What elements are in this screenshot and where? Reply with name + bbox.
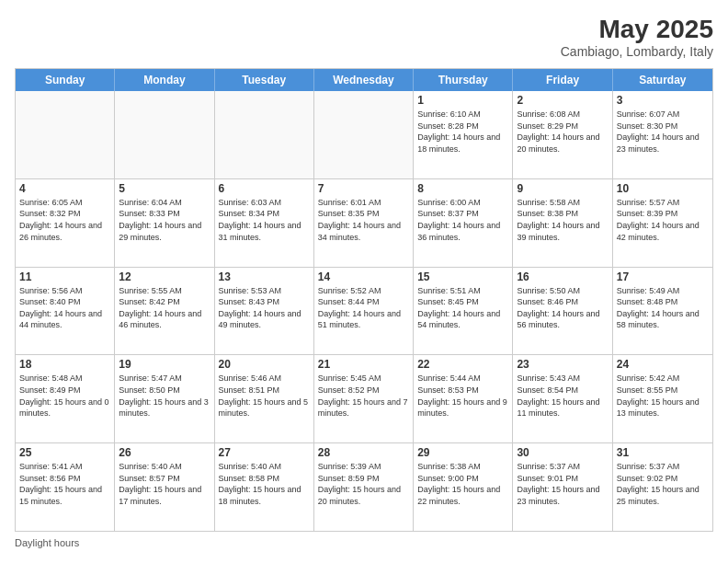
day-number: 28 [318, 446, 409, 459]
cal-cell: 12Sunrise: 5:55 AM Sunset: 8:42 PM Dayli… [115, 268, 214, 355]
cell-info: Sunrise: 5:52 AM Sunset: 8:44 PM Dayligh… [318, 285, 409, 331]
cell-info: Sunrise: 5:53 AM Sunset: 8:43 PM Dayligh… [219, 285, 310, 331]
week-row-5: 25Sunrise: 5:41 AM Sunset: 8:56 PM Dayli… [16, 443, 712, 531]
cal-cell: 29Sunrise: 5:38 AM Sunset: 9:00 PM Dayli… [414, 443, 513, 531]
day-number: 9 [517, 182, 608, 195]
cal-cell [16, 91, 115, 178]
cell-info: Sunrise: 5:42 AM Sunset: 8:55 PM Dayligh… [617, 373, 709, 419]
cell-info: Sunrise: 6:04 AM Sunset: 8:33 PM Dayligh… [119, 197, 210, 243]
cell-info: Sunrise: 6:07 AM Sunset: 8:30 PM Dayligh… [617, 109, 709, 155]
cell-info: Sunrise: 5:38 AM Sunset: 9:00 PM Dayligh… [417, 461, 508, 507]
cell-info: Sunrise: 5:51 AM Sunset: 8:45 PM Dayligh… [417, 285, 508, 331]
day-number: 1 [417, 94, 508, 107]
cal-cell: 3Sunrise: 6:07 AM Sunset: 8:30 PM Daylig… [613, 91, 712, 178]
day-number: 12 [119, 270, 210, 283]
subtitle: Cambiago, Lombardy, Italy [561, 44, 713, 59]
day-number: 26 [119, 446, 210, 459]
day-number: 7 [318, 182, 409, 195]
day-number: 15 [417, 270, 508, 283]
cal-cell: 9Sunrise: 5:58 AM Sunset: 8:38 PM Daylig… [513, 179, 612, 267]
day-number: 3 [617, 94, 709, 107]
cell-info: Sunrise: 5:45 AM Sunset: 8:52 PM Dayligh… [318, 373, 409, 419]
day-number: 8 [417, 182, 508, 195]
cal-cell: 1Sunrise: 6:10 AM Sunset: 8:28 PM Daylig… [414, 91, 513, 178]
day-number: 14 [318, 270, 409, 283]
header-cell-sunday: Sunday [16, 69, 115, 91]
calendar: SundayMondayTuesdayWednesdayThursdayFrid… [15, 68, 713, 532]
header-cell-monday: Monday [115, 69, 214, 91]
day-number: 10 [617, 182, 709, 195]
cal-cell: 2Sunrise: 6:08 AM Sunset: 8:29 PM Daylig… [513, 91, 612, 178]
cal-cell: 6Sunrise: 6:03 AM Sunset: 8:34 PM Daylig… [215, 179, 314, 267]
week-row-2: 4Sunrise: 6:05 AM Sunset: 8:32 PM Daylig… [16, 179, 712, 268]
cal-cell: 8Sunrise: 6:00 AM Sunset: 8:37 PM Daylig… [414, 179, 513, 267]
cell-info: Sunrise: 6:08 AM Sunset: 8:29 PM Dayligh… [517, 109, 608, 155]
day-number: 21 [318, 358, 409, 371]
cal-cell: 24Sunrise: 5:42 AM Sunset: 8:55 PM Dayli… [613, 355, 712, 442]
calendar-body: 1Sunrise: 6:10 AM Sunset: 8:28 PM Daylig… [16, 91, 712, 531]
cal-cell: 18Sunrise: 5:48 AM Sunset: 8:49 PM Dayli… [16, 355, 115, 442]
title-block: May 2025 Cambiago, Lombardy, Italy [561, 15, 713, 59]
day-number: 22 [417, 358, 508, 371]
day-number: 16 [517, 270, 608, 283]
day-number: 17 [617, 270, 709, 283]
cal-cell: 4Sunrise: 6:05 AM Sunset: 8:32 PM Daylig… [16, 179, 115, 267]
cal-cell [215, 91, 314, 178]
cal-cell [115, 91, 214, 178]
cal-cell: 15Sunrise: 5:51 AM Sunset: 8:45 PM Dayli… [414, 268, 513, 355]
logo [15, 15, 48, 44]
day-number: 30 [517, 446, 608, 459]
cell-info: Sunrise: 6:00 AM Sunset: 8:37 PM Dayligh… [417, 197, 508, 243]
page: May 2025 Cambiago, Lombardy, Italy Sunda… [0, 0, 728, 563]
day-number: 25 [19, 446, 110, 459]
header: May 2025 Cambiago, Lombardy, Italy [15, 15, 713, 59]
cal-cell: 30Sunrise: 5:37 AM Sunset: 9:01 PM Dayli… [513, 443, 612, 531]
cal-cell: 20Sunrise: 5:46 AM Sunset: 8:51 PM Dayli… [215, 355, 314, 442]
cell-info: Sunrise: 5:49 AM Sunset: 8:48 PM Dayligh… [617, 285, 709, 331]
week-row-4: 18Sunrise: 5:48 AM Sunset: 8:49 PM Dayli… [16, 355, 712, 443]
day-number: 31 [617, 446, 709, 459]
day-number: 27 [219, 446, 310, 459]
header-cell-friday: Friday [513, 69, 612, 91]
cell-info: Sunrise: 5:37 AM Sunset: 9:01 PM Dayligh… [517, 461, 608, 507]
cal-cell: 13Sunrise: 5:53 AM Sunset: 8:43 PM Dayli… [215, 268, 314, 355]
cell-info: Sunrise: 5:41 AM Sunset: 8:56 PM Dayligh… [19, 461, 110, 507]
cal-cell: 28Sunrise: 5:39 AM Sunset: 8:59 PM Dayli… [314, 443, 414, 531]
cell-info: Sunrise: 5:40 AM Sunset: 8:58 PM Dayligh… [219, 461, 310, 507]
cal-cell: 7Sunrise: 6:01 AM Sunset: 8:35 PM Daylig… [314, 179, 414, 267]
day-number: 23 [517, 358, 608, 371]
header-cell-thursday: Thursday [414, 69, 513, 91]
cell-info: Sunrise: 5:40 AM Sunset: 8:57 PM Dayligh… [119, 461, 210, 507]
day-number: 4 [19, 182, 110, 195]
day-number: 18 [19, 358, 110, 371]
cell-info: Sunrise: 5:37 AM Sunset: 9:02 PM Dayligh… [617, 461, 709, 507]
cell-info: Sunrise: 5:55 AM Sunset: 8:42 PM Dayligh… [119, 285, 210, 331]
day-number: 24 [617, 358, 709, 371]
cell-info: Sunrise: 6:01 AM Sunset: 8:35 PM Dayligh… [318, 197, 409, 243]
cell-info: Sunrise: 5:44 AM Sunset: 8:53 PM Dayligh… [417, 373, 508, 419]
cal-cell: 23Sunrise: 5:43 AM Sunset: 8:54 PM Dayli… [513, 355, 612, 442]
day-number: 13 [219, 270, 310, 283]
cell-info: Sunrise: 5:47 AM Sunset: 8:50 PM Dayligh… [119, 373, 210, 419]
cell-info: Sunrise: 6:05 AM Sunset: 8:32 PM Dayligh… [19, 197, 110, 243]
cell-info: Sunrise: 5:46 AM Sunset: 8:51 PM Dayligh… [219, 373, 310, 419]
cal-cell: 11Sunrise: 5:56 AM Sunset: 8:40 PM Dayli… [16, 268, 115, 355]
cell-info: Sunrise: 5:56 AM Sunset: 8:40 PM Dayligh… [19, 285, 110, 331]
cal-cell: 25Sunrise: 5:41 AM Sunset: 8:56 PM Dayli… [16, 443, 115, 531]
main-title: May 2025 [561, 15, 713, 44]
footer: Daylight hours [15, 537, 713, 548]
cal-cell [314, 91, 414, 178]
day-number: 29 [417, 446, 508, 459]
cell-info: Sunrise: 6:03 AM Sunset: 8:34 PM Dayligh… [219, 197, 310, 243]
cal-cell: 19Sunrise: 5:47 AM Sunset: 8:50 PM Dayli… [115, 355, 214, 442]
cell-info: Sunrise: 5:43 AM Sunset: 8:54 PM Dayligh… [517, 373, 608, 419]
cell-info: Sunrise: 5:48 AM Sunset: 8:49 PM Dayligh… [19, 373, 110, 419]
header-cell-wednesday: Wednesday [314, 69, 414, 91]
cal-cell: 16Sunrise: 5:50 AM Sunset: 8:46 PM Dayli… [513, 268, 612, 355]
day-number: 20 [219, 358, 310, 371]
day-number: 6 [219, 182, 310, 195]
daylight-label: Daylight hours [15, 537, 79, 548]
day-number: 2 [517, 94, 608, 107]
header-cell-saturday: Saturday [613, 69, 712, 91]
cell-info: Sunrise: 5:57 AM Sunset: 8:39 PM Dayligh… [617, 197, 709, 243]
